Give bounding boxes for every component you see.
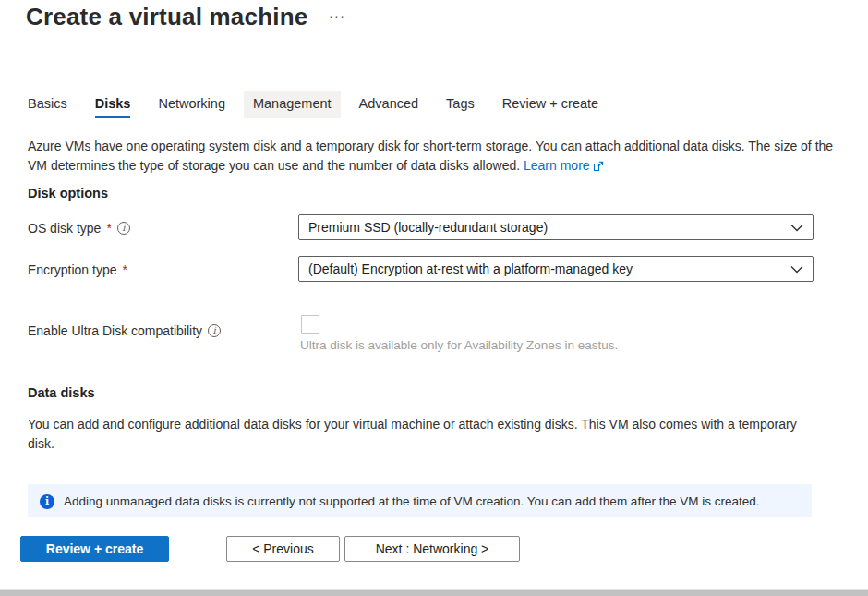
learn-more-link[interactable]: Learn more <box>524 158 604 173</box>
ultra-disk-label-text: Enable Ultra Disk compatibility <box>28 323 202 338</box>
window-bottom-edge <box>0 589 868 596</box>
info-icon[interactable]: i <box>117 222 130 235</box>
encryption-type-dropdown[interactable]: (Default) Encryption at-rest with a plat… <box>298 256 814 282</box>
page-title: Create a virtual machine <box>26 3 307 31</box>
learn-more-label: Learn more <box>524 158 590 173</box>
disks-intro-text: Azure VMs have one operating system disk… <box>28 137 848 176</box>
previous-button[interactable]: < Previous <box>226 536 340 562</box>
ultra-disk-checkbox[interactable] <box>301 315 319 334</box>
external-link-icon <box>593 158 604 177</box>
os-disk-type-label-text: OS disk type <box>28 221 101 236</box>
review-create-button[interactable]: Review + create <box>20 536 169 562</box>
chevron-down-icon <box>790 220 803 235</box>
intro-text: Azure VMs have one operating system disk… <box>28 139 833 173</box>
tab-management[interactable]: Management <box>244 91 341 118</box>
os-disk-type-value: Premium SSD (locally-redundant storage) <box>308 220 548 235</box>
info-icon[interactable]: i <box>208 324 221 337</box>
ultra-disk-helper-text: Ultra disk is available only for Availab… <box>300 338 618 352</box>
chevron-down-icon <box>790 262 803 276</box>
tab-networking[interactable]: Networking <box>158 91 225 118</box>
encryption-type-value: (Default) Encryption at-rest with a plat… <box>308 262 633 276</box>
next-networking-button[interactable]: Next : Networking > <box>344 536 520 562</box>
encryption-type-label: Encryption type * <box>28 262 127 277</box>
info-banner-text: Adding unmanaged data disks is currently… <box>64 493 782 511</box>
ultra-disk-label: Enable Ultra Disk compatibility i <box>28 323 221 338</box>
data-disks-description: You can add and configure additional dat… <box>28 415 808 454</box>
info-banner: i Adding unmanaged data disks is current… <box>28 484 812 517</box>
create-vm-page: Create a virtual machine ··· Basics Disk… <box>0 0 868 596</box>
disk-options-heading: Disk options <box>28 186 108 201</box>
more-actions-icon[interactable]: ··· <box>329 7 345 23</box>
tab-review-create[interactable]: Review + create <box>502 91 598 118</box>
tab-disks[interactable]: Disks <box>95 91 131 118</box>
os-disk-type-dropdown[interactable]: Premium SSD (locally-redundant storage) <box>298 214 814 240</box>
os-disk-type-label: OS disk type * i <box>28 221 130 236</box>
tab-advanced[interactable]: Advanced <box>359 91 419 118</box>
tab-tags[interactable]: Tags <box>446 91 475 118</box>
wizard-tabs: Basics Disks Networking Management Advan… <box>28 91 598 118</box>
required-marker: * <box>106 221 111 236</box>
required-marker: * <box>123 262 127 277</box>
tab-basics[interactable]: Basics <box>28 91 67 118</box>
info-banner-content: i Adding unmanaged data disks is current… <box>28 484 812 511</box>
encryption-type-label-text: Encryption type <box>28 262 117 277</box>
banner-info-icon: i <box>40 494 54 509</box>
wizard-footer: Review + create < Previous Next : Networ… <box>0 517 868 589</box>
data-disks-heading: Data disks <box>28 385 95 400</box>
